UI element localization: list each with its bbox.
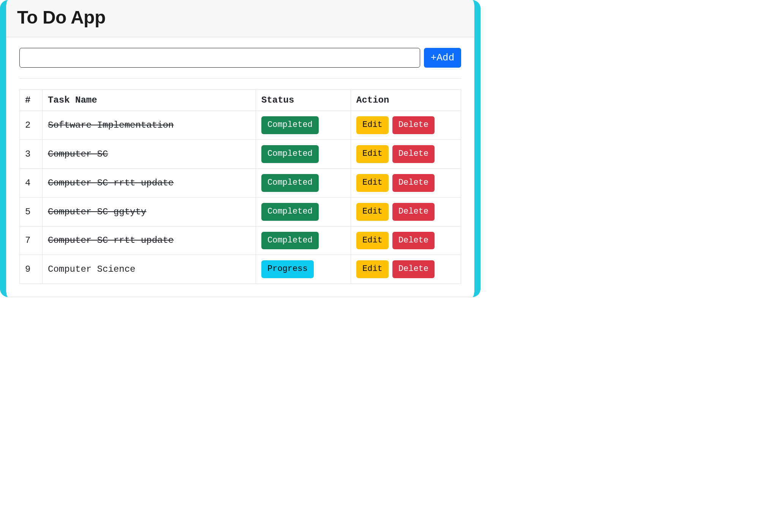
cell-num: 7 [20,226,43,255]
edit-button[interactable]: Edit [356,260,389,278]
app-frame: To Do App +Add # Task Name Status Action… [0,0,481,297]
delete-button[interactable]: Delete [392,232,435,250]
cell-action: EditDelete [351,111,461,140]
delete-button[interactable]: Delete [392,174,435,192]
cell-action: EditDelete [351,197,461,226]
delete-button[interactable]: Delete [392,116,435,134]
edit-button[interactable]: Edit [356,203,389,221]
edit-button[interactable]: Edit [356,116,389,134]
cell-action: EditDelete [351,140,461,169]
status-progress-button[interactable]: Progress [261,260,314,278]
cell-num: 9 [20,255,43,284]
cell-action: EditDelete [351,255,461,284]
tasks-table: # Task Name Status Action 2Software Impl… [19,89,461,284]
cell-num: 5 [20,197,43,226]
col-header-action: Action [351,90,461,111]
col-header-status: Status [256,90,351,111]
cell-task: Computer SC rrtt update [43,226,256,255]
cell-num: 4 [20,168,43,197]
cell-status: Progress [256,255,351,284]
table-row: 4Computer SC rrtt updateCompletedEditDel… [20,168,461,197]
table-row: 7Computer SC rrtt updateCompletedEditDel… [20,226,461,255]
card-header: To Do App [6,0,474,37]
cell-status: Completed [256,140,351,169]
cell-task: Computer SC ggtyty [43,197,256,226]
task-input[interactable] [19,48,420,68]
cell-num: 3 [20,140,43,169]
cell-status: Completed [256,226,351,255]
delete-button[interactable]: Delete [392,145,435,163]
add-button[interactable]: +Add [424,48,461,68]
status-completed-button[interactable]: Completed [261,116,319,134]
cell-status: Completed [256,197,351,226]
task-name: Computer SC rrtt update [48,235,174,245]
task-name: Software Implementation [48,120,174,130]
cell-status: Completed [256,168,351,197]
cell-num: 2 [20,111,43,140]
add-task-form: +Add [19,48,461,79]
status-completed-button[interactable]: Completed [261,145,319,163]
table-row: 5Computer SC ggtytyCompletedEditDelete [20,197,461,226]
task-name: Computer SC rrtt update [48,178,174,188]
cell-task: Computer SC [43,140,256,169]
col-header-task: Task Name [43,90,256,111]
edit-button[interactable]: Edit [356,145,389,163]
edit-button[interactable]: Edit [356,174,389,192]
app-title: To Do App [17,7,463,28]
table-row: 2Software ImplementationCompletedEditDel… [20,111,461,140]
cell-task: Computer SC rrtt update [43,168,256,197]
delete-button[interactable]: Delete [392,203,435,221]
edit-button[interactable]: Edit [356,232,389,250]
table-row: 9Computer ScienceProgressEditDelete [20,255,461,284]
table-header-row: # Task Name Status Action [20,90,461,111]
cell-action: EditDelete [351,168,461,197]
col-header-num: # [20,90,43,111]
cell-status: Completed [256,111,351,140]
cell-task: Computer Science [43,255,256,284]
card-body: +Add # Task Name Status Action 2Software… [6,37,474,297]
status-completed-button[interactable]: Completed [261,203,319,221]
status-completed-button[interactable]: Completed [261,232,319,250]
status-completed-button[interactable]: Completed [261,174,319,192]
task-name: Computer SC ggtyty [48,207,146,217]
card: To Do App +Add # Task Name Status Action… [6,0,474,297]
table-row: 3Computer SCCompletedEditDelete [20,140,461,169]
delete-button[interactable]: Delete [392,260,435,278]
task-name: Computer SC [48,149,108,159]
cell-task: Software Implementation [43,111,256,140]
cell-action: EditDelete [351,226,461,255]
task-name: Computer Science [48,264,135,274]
